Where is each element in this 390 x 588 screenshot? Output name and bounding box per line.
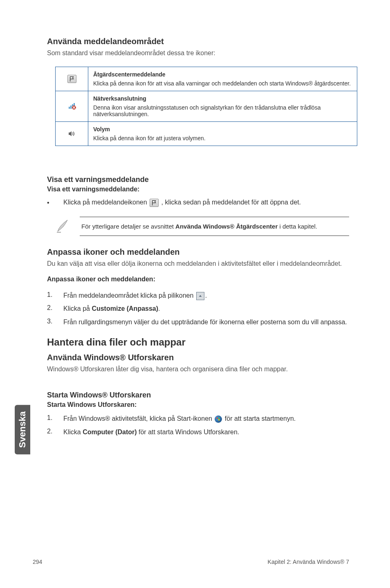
svg-rect-8 [217, 419, 218, 420]
volume-icon [67, 130, 76, 138]
section3-title: Anpassa ikoner och meddelanden [47, 247, 349, 257]
note-box: För ytterligare detaljer se avsnittet An… [55, 217, 349, 236]
step-text: Från rullgardingsmenyn väljer du det upp… [63, 318, 349, 327]
list-item: 2. Klicka på Customize (Anpassa). [47, 304, 349, 313]
bullet-marker: • [47, 199, 63, 206]
step-number: 3. [47, 318, 63, 325]
svg-rect-0 [69, 107, 70, 109]
note-text: För ytterligare detaljer se avsnittet An… [80, 217, 349, 236]
row-text: Klicka på denna ikon för att justera vol… [93, 135, 206, 141]
page-footer: 294 Kapitel 2: Använda Windows® 7 [33, 559, 349, 565]
step-text-before: Klicka på [63, 305, 92, 312]
svg-rect-9 [218, 419, 220, 420]
step-text-before: Från meddelandeområdet klicka på pilikon… [63, 292, 195, 299]
start-icon [215, 415, 222, 423]
page-number: 294 [33, 559, 42, 565]
svg-rect-1 [70, 105, 72, 109]
step-bold: Computer (Dator) [83, 429, 137, 435]
chapter-label: Kapitel 2: Använda Windows® 7 [268, 559, 349, 565]
step-bold: Customize (Anpassa) [92, 305, 158, 312]
list-item: 2. Klicka Computer (Dator) för att start… [47, 428, 349, 437]
section3-subtitle: Anpassa ikoner och meddelanden: [47, 276, 349, 283]
step-number: 1. [47, 291, 63, 298]
section1-title: Använda meddelandeområdet [47, 37, 349, 46]
volume-icon-cell [56, 122, 88, 146]
row-text: Klicka på denna ikon för att visa alla v… [93, 80, 351, 87]
section2-title: Visa ett varningsmeddelande [47, 175, 349, 184]
table-row: Åtgärdscentermeddelande Klicka på denna … [56, 67, 357, 91]
bullet-text-before: Klicka på meddelandeikonen [63, 199, 149, 206]
sub2-steps: 1. Från Windows® aktivitetsfält, klicka … [47, 414, 349, 437]
row-heading: Åtgärdscentermeddelande [93, 71, 352, 78]
step-text-after: för att starta Windows Utforskaren. [137, 429, 240, 435]
network-icon-cell [56, 91, 88, 122]
page-content: Använda meddelandeområdet Som standard v… [0, 0, 390, 437]
step-text-after: för att starta startmenyn. [225, 415, 296, 422]
step-number: 2. [47, 428, 63, 435]
sidebar-language-tab: Svenska [15, 405, 30, 454]
section3-intro: Du kan välja att visa eller dölja ikoner… [47, 260, 349, 267]
note-bold: Använda Windows® Åtgärdscenter [175, 223, 278, 230]
action-center-desc: Åtgärdscentermeddelande Klicka på denna … [88, 67, 357, 91]
notification-icons-table: Åtgärdscentermeddelande Klicka på denna … [55, 67, 357, 146]
sub1-intro: Windows® Utforskaren låter dig visa, han… [47, 366, 349, 373]
bullet-item: • Klicka på meddelandeikonen , klicka se… [47, 199, 349, 207]
step-text-before: Klicka [63, 429, 83, 435]
list-item: 1. Från meddelandeområdet klicka på pili… [47, 291, 349, 300]
volume-desc: Volym Klicka på denna ikon för att juste… [88, 122, 357, 146]
flag-icon [150, 199, 159, 207]
action-center-icon-cell [56, 67, 88, 91]
sub2-subtitle: Starta Windows Utforskaren: [47, 401, 349, 408]
section2-subtitle: Visa ett varningsmeddelande: [47, 186, 349, 193]
sub1-title: Använda Windows® Utforskaren [47, 353, 349, 362]
step-number: 2. [47, 304, 63, 312]
table-row: Nätverksanslutning Denna ikon visar ansl… [56, 91, 357, 122]
network-icon [67, 102, 76, 110]
note-after: i detta kapitel. [278, 223, 317, 230]
quill-icon [55, 218, 80, 236]
section3-steps: 1. Från meddelandeområdet klicka på pili… [47, 291, 349, 327]
bullet-text-after: , klicka sedan på meddelandet för att öp… [161, 199, 301, 206]
row-heading: Nätverksanslutning [93, 95, 352, 102]
step-text-after: . [158, 305, 160, 312]
sub2-title: Starta Windows® Utforskaren [47, 391, 349, 399]
step-text-after: . [205, 292, 207, 299]
step-number: 1. [47, 414, 63, 422]
arrow-up-icon [196, 292, 204, 300]
list-item: 1. Från Windows® aktivitetsfält, klicka … [47, 414, 349, 423]
row-text: Denna ikon visar anslutningsstatusen och… [93, 104, 321, 117]
main2-title: Hantera dina filer och mappar [47, 337, 349, 348]
list-item: 3. Från rullgardingsmenyn väljer du det … [47, 318, 349, 327]
row-heading: Volym [93, 126, 352, 132]
section1-intro: Som standard visar meddelandeområdet des… [47, 49, 349, 57]
flag-icon [67, 75, 76, 83]
table-row: Volym Klicka på denna ikon för att juste… [56, 122, 357, 146]
network-desc: Nätverksanslutning Denna ikon visar ansl… [88, 91, 357, 122]
step-text-before: Från Windows® aktivitetsfält, klicka på … [63, 415, 214, 422]
svg-rect-6 [217, 417, 218, 419]
note-before: För ytterligare detaljer se avsnittet [81, 223, 175, 230]
svg-rect-7 [218, 417, 220, 419]
